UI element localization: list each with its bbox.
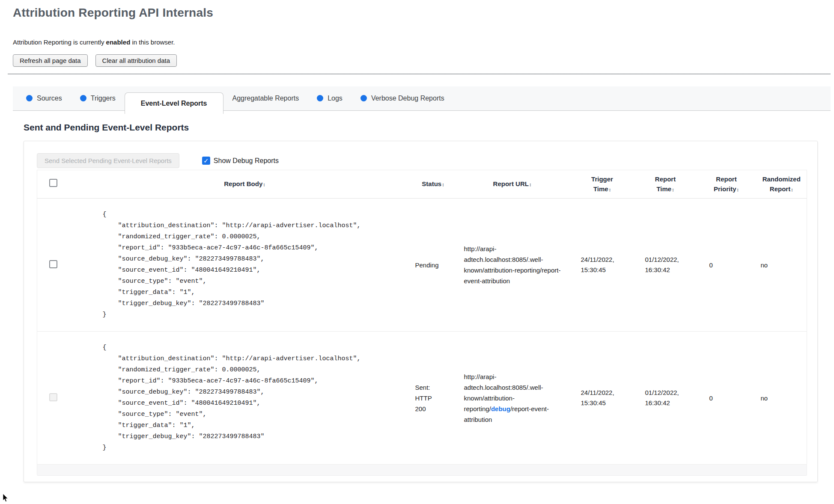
report-url-cell: http://arapi-adtech.localhost:8085/.well…: [455, 199, 570, 332]
divider: [8, 74, 831, 74]
col-randomized-report[interactable]: Randomized Report↕: [757, 170, 807, 199]
col-report-time[interactable]: Report Time↕: [634, 170, 697, 199]
col-status[interactable]: Status↕: [412, 170, 455, 199]
report-time-value: 01/12/2022, 16:30:42: [645, 388, 691, 408]
tab-label: Triggers: [91, 95, 116, 102]
tab-label: Aggregatable Reports: [232, 95, 299, 102]
status-value: Sent: HTTP 200: [415, 382, 441, 414]
report-time-value: 01/12/2022, 16:30:42: [645, 255, 691, 275]
header-checkbox-cell: [37, 170, 78, 199]
show-debug-toggle[interactable]: ✓ Show Debug Reports: [202, 157, 279, 165]
randomized-report-cell: no: [757, 199, 807, 332]
sort-icon: ↕: [263, 182, 265, 187]
report-priority-cell: 0: [697, 199, 757, 332]
page-title: Attribution Reporting API Internals: [13, 6, 834, 20]
mouse-cursor-icon: [3, 494, 9, 502]
tab-triggers[interactable]: Triggers: [71, 86, 125, 110]
randomized-report-cell: no: [757, 332, 807, 465]
col-trigger-time[interactable]: Trigger Time↕: [570, 170, 634, 199]
row-select-checkbox[interactable]: [49, 260, 57, 268]
tab-event-level-reports[interactable]: Event-Level Reports: [125, 92, 223, 114]
refresh-all-button[interactable]: Refresh all page data: [13, 54, 88, 67]
clear-all-button[interactable]: Clear all attribution data: [95, 54, 177, 67]
status-cell: Pending: [412, 199, 455, 332]
col-label: Status: [422, 180, 441, 187]
trigger-time-cell: 24/11/2022, 15:30:45: [570, 332, 634, 465]
sort-icon: ↕: [529, 182, 532, 187]
tab-logs[interactable]: Logs: [308, 86, 351, 110]
status-prefix: Attribution Reporting is currently: [13, 39, 106, 46]
tab-label: Logs: [328, 95, 343, 102]
report-url-value: http://arapi-adtech.localhost:8085/.well…: [464, 243, 566, 286]
table-footer: [37, 465, 807, 476]
report-body-json: { "attribution_destination": "http://ara…: [78, 199, 412, 331]
report-controls: Send Selected Pending Event-Level Report…: [37, 153, 807, 168]
report-priority-value: 0: [709, 261, 713, 269]
status-suffix: in this browser.: [130, 39, 175, 46]
col-report-body[interactable]: Report Body↕: [78, 170, 412, 199]
sort-icon: ↕: [442, 182, 444, 187]
tab-label: Sources: [37, 95, 62, 102]
section-title: Sent and Pending Event-Level Reports: [24, 122, 834, 133]
report-time-cell: 01/12/2022, 16:30:42: [634, 199, 697, 332]
sort-icon: ↕: [672, 187, 674, 192]
sort-icon: ↕: [791, 187, 793, 192]
report-url-cell: http://arapi-adtech.localhost:8085/.well…: [455, 332, 570, 465]
page-header: Attribution Reporting API Internals Attr…: [0, 0, 834, 67]
table-header-row: Report Body↕ Status↕ Report URL↕ Trigger…: [37, 170, 807, 199]
status-cell: Sent: HTTP 200: [412, 332, 455, 465]
report-body-cell: { "attribution_destination": "http://ara…: [78, 332, 412, 465]
trigger-time-value: 24/11/2022, 15:30:45: [581, 388, 627, 408]
tab-aggregatable-reports[interactable]: Aggregatable Reports: [223, 86, 308, 110]
report-body-json: { "attribution_destination": "http://ara…: [78, 332, 412, 464]
col-label: Report Priority: [714, 175, 737, 193]
row-checkbox-cell: [37, 199, 78, 332]
tab-label: Verbose Debug Reports: [371, 95, 444, 102]
status-value: Pending: [415, 260, 439, 270]
report-row-sent: { "attribution_destination": "http://ara…: [37, 332, 807, 465]
sources-dot-icon: [26, 95, 33, 101]
report-url-value: http://arapi-adtech.localhost:8085/.well…: [464, 371, 566, 425]
report-priority-value: 0: [709, 394, 713, 402]
tab-bar: Sources Triggers Event-Level Reports Agg…: [13, 86, 831, 111]
send-selected-reports-button[interactable]: Send Selected Pending Event-Level Report…: [37, 153, 179, 168]
report-time-cell: 01/12/2022, 16:30:42: [634, 332, 697, 465]
sort-icon: ↕: [737, 187, 739, 192]
row-select-checkbox-disabled: [49, 393, 57, 401]
col-label: Report URL: [493, 180, 529, 187]
report-priority-cell: 0: [697, 332, 757, 465]
row-checkbox-cell: [37, 332, 78, 465]
tab-verbose-debug-reports[interactable]: Verbose Debug Reports: [351, 86, 453, 110]
trigger-time-cell: 24/11/2022, 15:30:45: [570, 199, 634, 332]
tab-sources[interactable]: Sources: [17, 86, 71, 110]
reports-table: Report Body↕ Status↕ Report URL↕ Trigger…: [37, 170, 807, 465]
col-report-priority[interactable]: Report Priority↕: [697, 170, 757, 199]
col-label: Randomized Report: [763, 175, 801, 193]
reports-panel: Send Selected Pending Event-Level Report…: [24, 141, 818, 482]
sort-icon: ↕: [609, 187, 611, 192]
report-row-pending: { "attribution_destination": "http://ara…: [37, 199, 807, 332]
api-status-line: Attribution Reporting is currently enabl…: [13, 39, 834, 46]
select-all-checkbox[interactable]: [49, 179, 57, 187]
col-label: Report Body: [224, 180, 262, 187]
randomized-report-value: no: [761, 394, 768, 402]
tab-label: Event-Level Reports: [141, 100, 207, 107]
logs-dot-icon: [317, 95, 323, 101]
debug-link[interactable]: debug: [491, 405, 510, 412]
triggers-dot-icon: [80, 95, 86, 101]
status-enabled: enabled: [106, 39, 131, 46]
trigger-time-value: 24/11/2022, 15:30:45: [581, 255, 627, 275]
show-debug-label: Show Debug Reports: [214, 157, 279, 165]
col-report-url[interactable]: Report URL↕: [455, 170, 570, 199]
verbose-debug-dot-icon: [360, 95, 367, 101]
top-buttons: Refresh all page data Clear all attribut…: [13, 54, 834, 67]
report-body-cell: { "attribution_destination": "http://ara…: [78, 199, 412, 332]
checkmark-icon: ✓: [203, 157, 209, 164]
show-debug-checkbox[interactable]: ✓: [202, 157, 210, 165]
randomized-report-value: no: [761, 261, 768, 269]
